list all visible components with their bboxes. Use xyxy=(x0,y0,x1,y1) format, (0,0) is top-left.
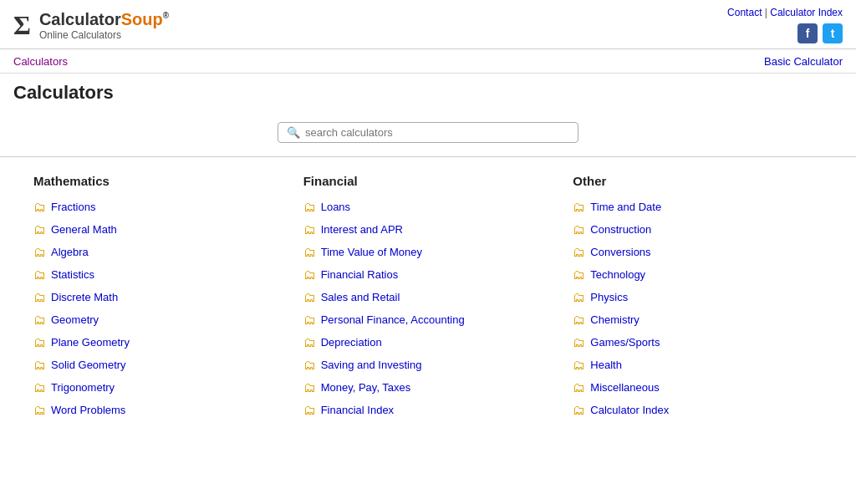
folder-icon: 🗂 xyxy=(303,222,316,237)
folder-icon: 🗂 xyxy=(573,267,585,282)
search-input[interactable] xyxy=(305,126,569,139)
category-link-0-7[interactable]: Solid Geometry xyxy=(51,359,126,371)
folder-icon: 🗂 xyxy=(573,403,585,417)
category-link-0-2[interactable]: Algebra xyxy=(51,246,89,258)
social-icons: f t xyxy=(797,23,843,43)
category-link-0-6[interactable]: Plane Geometry xyxy=(51,336,130,349)
folder-icon: 🗂 xyxy=(303,335,316,349)
twitter-icon[interactable]: t xyxy=(823,23,843,43)
main-divider xyxy=(0,156,856,157)
basic-calculator-link[interactable]: Basic Calculator xyxy=(764,55,843,68)
breadcrumb-calculators-link[interactable]: Calculators xyxy=(13,55,68,68)
category-link-2-0[interactable]: Time and Date xyxy=(590,201,661,213)
category-col-1: Financial🗂Loans🗂Interest and APR🗂Time Va… xyxy=(303,174,573,425)
category-link-2-8[interactable]: Miscellaneous xyxy=(590,381,659,394)
logo-soup: Soup xyxy=(121,10,163,28)
folder-icon: 🗂 xyxy=(303,313,316,327)
folder-icon: 🗂 xyxy=(573,200,585,214)
category-col-0: Mathematics🗂Fractions🗂General Math🗂Algeb… xyxy=(33,174,303,425)
category-item: 🗂Financial Index xyxy=(303,403,573,417)
top-nav: Calculators Basic Calculator xyxy=(0,49,856,74)
folder-icon: 🗂 xyxy=(303,358,316,372)
category-item: 🗂Time Value of Money xyxy=(303,245,573,259)
category-link-1-1[interactable]: Interest and APR xyxy=(321,223,403,236)
category-link-0-1[interactable]: General Math xyxy=(51,223,117,236)
page-title: Calculators xyxy=(13,82,843,104)
category-link-0-0[interactable]: Fractions xyxy=(51,201,95,213)
folder-icon: 🗂 xyxy=(33,200,46,214)
facebook-icon[interactable]: f xyxy=(797,23,818,43)
category-item: 🗂Time and Date xyxy=(573,200,843,214)
breadcrumb: Calculators xyxy=(13,54,68,68)
category-item: 🗂Sales and Retail xyxy=(303,290,573,304)
category-link-2-3[interactable]: Technology xyxy=(590,268,645,281)
logo-reg: ® xyxy=(163,11,169,20)
category-link-0-8[interactable]: Trigonometry xyxy=(51,381,115,394)
category-link-1-8[interactable]: Money, Pay, Taxes xyxy=(321,381,411,394)
category-heading-2: Other xyxy=(573,174,843,188)
category-item: 🗂Geometry xyxy=(33,313,303,327)
folder-icon: 🗂 xyxy=(33,222,46,237)
category-link-1-9[interactable]: Financial Index xyxy=(321,404,394,416)
category-link-2-5[interactable]: Chemistry xyxy=(590,313,639,326)
category-item: 🗂Trigonometry xyxy=(33,380,303,395)
category-item: 🗂Miscellaneous xyxy=(573,380,843,395)
category-item: 🗂Fractions xyxy=(33,200,303,214)
category-link-0-4[interactable]: Discrete Math xyxy=(51,291,118,303)
folder-icon: 🗂 xyxy=(33,403,46,417)
logo-subtitle: Online Calculators xyxy=(39,29,169,41)
category-item: 🗂Health xyxy=(573,358,843,372)
category-link-1-6[interactable]: Depreciation xyxy=(321,336,382,349)
category-link-1-7[interactable]: Saving and Investing xyxy=(321,359,422,371)
category-item: 🗂General Math xyxy=(33,222,303,237)
category-item: 🗂Games/Sports xyxy=(573,335,843,349)
category-item: 🗂Construction xyxy=(573,222,843,237)
category-link-0-5[interactable]: Geometry xyxy=(51,313,99,326)
categories: Mathematics🗂Fractions🗂General Math🗂Algeb… xyxy=(0,165,856,442)
category-item: 🗂Loans xyxy=(303,200,573,214)
category-item: 🗂Interest and APR xyxy=(303,222,573,237)
category-link-2-9[interactable]: Calculator Index xyxy=(590,404,669,416)
category-item: 🗂Calculator Index xyxy=(573,403,843,417)
page-title-area: Calculators xyxy=(0,74,856,115)
category-link-1-4[interactable]: Sales and Retail xyxy=(321,291,400,303)
category-item: 🗂Personal Finance, Accounting xyxy=(303,313,573,327)
category-item: 🗂Discrete Math xyxy=(33,290,303,304)
folder-icon: 🗂 xyxy=(573,335,585,349)
header-separator: | xyxy=(765,7,767,18)
category-link-2-1[interactable]: Construction xyxy=(590,223,651,236)
category-item: 🗂Solid Geometry xyxy=(33,358,303,372)
category-link-1-5[interactable]: Personal Finance, Accounting xyxy=(321,313,465,326)
category-item: 🗂Conversions xyxy=(573,245,843,259)
category-item: 🗂Physics xyxy=(573,290,843,304)
folder-icon: 🗂 xyxy=(33,290,46,304)
folder-icon: 🗂 xyxy=(33,358,46,372)
logo-area: Σ CalculatorSoup® Online Calculators xyxy=(13,10,169,41)
folder-icon: 🗂 xyxy=(573,245,585,259)
category-link-1-3[interactable]: Financial Ratios xyxy=(321,268,399,281)
folder-icon: 🗂 xyxy=(33,313,46,327)
folder-icon: 🗂 xyxy=(573,313,585,327)
category-item: 🗂Depreciation xyxy=(303,335,573,349)
search-area: 🔍 xyxy=(0,115,856,156)
category-link-0-3[interactable]: Statistics xyxy=(51,268,94,281)
category-link-2-6[interactable]: Games/Sports xyxy=(590,336,660,349)
folder-icon: 🗂 xyxy=(33,335,46,349)
category-link-0-9[interactable]: Word Problems xyxy=(51,404,125,416)
category-item: 🗂Saving and Investing xyxy=(303,358,573,372)
category-link-1-0[interactable]: Loans xyxy=(321,201,350,213)
category-item: 🗂Plane Geometry xyxy=(33,335,303,349)
folder-icon: 🗂 xyxy=(303,290,316,304)
category-link-2-2[interactable]: Conversions xyxy=(590,246,650,258)
folder-icon: 🗂 xyxy=(303,245,316,259)
category-link-2-4[interactable]: Physics xyxy=(590,291,628,303)
category-link-2-7[interactable]: Health xyxy=(590,359,622,371)
header-right: Contact | Calculator Index f t xyxy=(727,7,843,43)
category-link-1-2[interactable]: Time Value of Money xyxy=(321,246,422,258)
logo-text: CalculatorSoup® Online Calculators xyxy=(39,10,169,41)
calculator-index-header-link[interactable]: Calculator Index xyxy=(770,7,843,18)
category-heading-0: Mathematics xyxy=(33,174,303,188)
category-item: 🗂Chemistry xyxy=(573,313,843,327)
contact-link[interactable]: Contact xyxy=(727,7,762,18)
category-item: 🗂Financial Ratios xyxy=(303,267,573,282)
